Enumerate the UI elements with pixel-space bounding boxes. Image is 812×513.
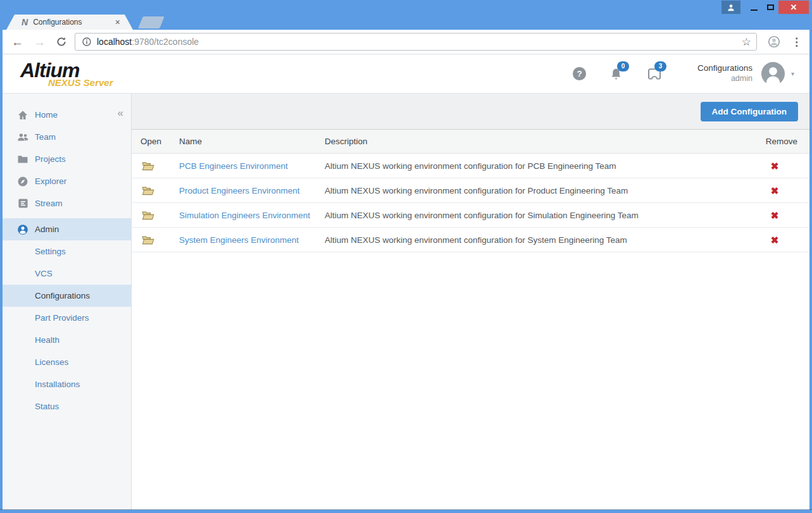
- window-close-button[interactable]: ✕: [778, 1, 809, 14]
- person-icon: [727, 3, 735, 12]
- action-bar: Add Configuration: [132, 94, 809, 129]
- bookmark-star-icon[interactable]: ☆: [742, 35, 751, 49]
- url-host: localhost: [97, 37, 132, 47]
- remove-configuration-icon[interactable]: ✖: [771, 235, 779, 245]
- configuration-name-link[interactable]: Simulation Engineers Environment: [179, 211, 310, 220]
- reload-button[interactable]: [56, 36, 67, 47]
- sidebar-item-stream[interactable]: Stream: [3, 192, 131, 214]
- installations-button[interactable]: 3: [647, 67, 662, 81]
- svg-text:?: ?: [577, 69, 582, 78]
- open-folder-icon[interactable]: [142, 211, 154, 220]
- window-profile-button[interactable]: [721, 1, 740, 14]
- table-header: Open Name Description Remove: [132, 129, 809, 154]
- altium-logo: Altium NEXUS Server: [20, 60, 113, 87]
- sidebar-item-settings[interactable]: Settings: [3, 240, 131, 263]
- column-header-description: Description: [325, 137, 740, 146]
- configuration-description: Altium NEXUS working environment configu…: [325, 186, 740, 195]
- column-header-remove: Remove: [740, 137, 809, 146]
- browser-menu-icon[interactable]: ⋮: [791, 35, 802, 49]
- sidebar-item-licenses[interactable]: Licenses: [3, 351, 131, 373]
- sidebar-item-installations[interactable]: Installations: [3, 373, 131, 395]
- configuration-description: Altium NEXUS working environment configu…: [325, 161, 740, 171]
- maximize-icon: [767, 4, 774, 10]
- help-icon: ?: [572, 66, 587, 81]
- configuration-description: Altium NEXUS working environment configu…: [325, 235, 740, 245]
- sidebar: « Home Team: [3, 94, 132, 510]
- logo-nexus-server-text: NEXUS Server: [48, 78, 113, 87]
- url-path: :9780/tc2console: [132, 37, 199, 47]
- reload-icon: [56, 36, 67, 47]
- remove-configuration-icon[interactable]: ✖: [771, 161, 779, 171]
- browser-titlebar: N Configurations × ✕: [3, 0, 809, 30]
- minimize-icon: [751, 9, 758, 11]
- remove-configuration-icon[interactable]: ✖: [771, 186, 779, 195]
- sidebar-collapse-button[interactable]: «: [118, 108, 123, 118]
- column-header-open: Open: [132, 137, 179, 146]
- configuration-description: Altium NEXUS working environment configu…: [325, 211, 740, 220]
- main-content: Add Configuration Open Name Description …: [132, 94, 809, 510]
- browser-window: N Configurations × ✕ ← →: [0, 0, 812, 513]
- forward-button: →: [34, 36, 46, 48]
- home-icon: [16, 109, 29, 121]
- user-menu-caret-icon[interactable]: ▾: [791, 70, 794, 77]
- sidebar-item-explorer[interactable]: Explorer: [3, 170, 131, 192]
- notifications-badge: 0: [617, 61, 629, 71]
- user-avatar[interactable]: [761, 61, 785, 86]
- configuration-name-link[interactable]: PCB Engineers Environment: [179, 161, 288, 171]
- notifications-button[interactable]: 0: [609, 67, 623, 81]
- app-header: Altium NEXUS Server ?: [3, 54, 809, 94]
- folder-icon: [16, 154, 29, 164]
- table-row: PCB Engineers Environment Altium NEXUS w…: [132, 154, 809, 178]
- remove-configuration-icon[interactable]: ✖: [771, 211, 779, 220]
- browser-tab[interactable]: N Configurations ×: [6, 15, 133, 30]
- sidebar-item-team[interactable]: Team: [3, 126, 131, 148]
- sidebar-item-home[interactable]: Home: [3, 104, 131, 126]
- help-button[interactable]: ?: [572, 66, 587, 81]
- sidebar-item-health[interactable]: Health: [3, 329, 131, 351]
- avatar-icon: [761, 61, 785, 86]
- table-row: Simulation Engineers Environment Altium …: [132, 203, 809, 228]
- nexus-favicon-icon: N: [22, 17, 28, 27]
- sidebar-item-admin[interactable]: Admin: [3, 218, 131, 240]
- sidebar-item-vcs[interactable]: VCS: [3, 263, 131, 285]
- current-page-label: Configurations: [697, 63, 753, 74]
- open-folder-icon[interactable]: [142, 186, 154, 195]
- window-minimize-button[interactable]: [746, 1, 762, 14]
- tab-close-icon[interactable]: ×: [115, 18, 120, 27]
- configuration-name-link[interactable]: Product Engineers Environment: [179, 186, 300, 195]
- compass-icon: [16, 176, 29, 187]
- url-text[interactable]: localhost:9780/tc2console: [97, 37, 742, 47]
- configuration-name-link[interactable]: System Engineers Environment: [179, 235, 299, 245]
- stream-icon: [16, 198, 29, 209]
- open-folder-icon[interactable]: [142, 161, 154, 171]
- sidebar-item-status[interactable]: Status: [3, 395, 131, 417]
- installations-badge: 3: [654, 61, 666, 71]
- browser-toolbar: ← → localhost:9780/tc2console ☆ ⋮: [3, 30, 809, 54]
- browser-profile-icon[interactable]: [767, 35, 781, 49]
- table-row: Product Engineers Environment Altium NEX…: [132, 178, 809, 203]
- sidebar-item-projects[interactable]: Projects: [3, 148, 131, 170]
- page-info-icon[interactable]: [82, 37, 92, 47]
- column-header-name: Name: [179, 137, 325, 146]
- tab-title: Configurations: [33, 18, 115, 27]
- sidebar-item-configurations[interactable]: Configurations: [3, 285, 131, 307]
- user-info: Configurations admin: [697, 63, 753, 84]
- username-label: admin: [697, 74, 753, 84]
- window-maximize-button[interactable]: [762, 1, 778, 14]
- admin-person-icon: [16, 224, 29, 235]
- new-tab-button[interactable]: [138, 16, 165, 28]
- table-row: System Engineers Environment Altium NEXU…: [132, 228, 809, 252]
- sidebar-item-part-providers[interactable]: Part Providers: [3, 307, 131, 329]
- open-folder-icon[interactable]: [142, 235, 154, 245]
- add-configuration-button[interactable]: Add Configuration: [701, 102, 798, 121]
- team-icon: [16, 132, 29, 142]
- address-bar[interactable]: localhost:9780/tc2console ☆: [75, 33, 757, 51]
- back-button[interactable]: ←: [11, 36, 23, 48]
